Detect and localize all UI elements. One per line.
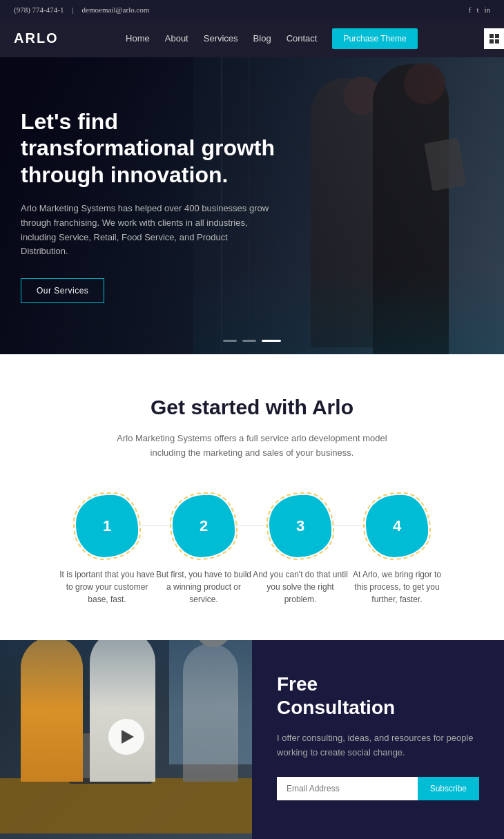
hero-section: Let's find transformational growth throu… [0,57,504,354]
step-3-circle: 3 [269,495,331,557]
step-4-text: At Arlo, we bring rigor to this process,… [349,568,445,606]
twitter-icon[interactable]: t [476,6,478,14]
video-panel [0,640,252,833]
step-3: 3 And you can't do that until you solve … [252,495,349,606]
hero-dot-1[interactable] [223,340,237,342]
navigation: ARLO Home About Services Blog Contact Pu… [0,19,504,57]
divider: | [72,6,73,14]
step-4-circle: 4 [366,495,428,557]
bottom-dark-right [252,833,504,839]
get-started-title: Get started with Arlo [28,396,476,419]
svg-rect-1 [495,34,499,38]
our-services-button[interactable]: Our Services [21,278,104,303]
email-input[interactable] [277,777,418,800]
top-bar-left: (978) 774-474-1 | demoemail@arlo.com [14,6,149,14]
play-button[interactable] [108,719,144,755]
step-1-text: It is iportant that you have to grow you… [59,568,155,606]
step-3-blob: 3 [269,495,331,557]
bottom-strip [0,833,504,839]
top-bar: (978) 774-474-1 | demoemail@arlo.com f t… [0,0,504,19]
instagram-icon[interactable]: in [484,6,490,14]
step-4: 4 At Arlo, we bring rigor to this proces… [349,495,445,606]
phone-number: (978) 774-474-1 [14,6,64,14]
steps-row: 1 It is iportant that you have to grow y… [59,495,445,606]
bottom-image-left [0,833,252,839]
steps-container: 1 It is iportant that you have to grow y… [28,495,476,606]
consultation-title: Free Consultation [277,673,479,719]
facebook-icon[interactable]: f [469,6,472,14]
step-4-blob: 4 [366,495,428,557]
hero-dot-3[interactable] [262,340,281,342]
play-triangle-icon [122,730,134,744]
get-started-section: Get started with Arlo Arlo Marketing Sys… [0,354,504,640]
logo: ARLO [14,30,59,46]
svg-rect-2 [490,39,494,44]
nav-services[interactable]: Services [204,33,238,44]
get-started-desc: Arlo Marketing Systems offers a full ser… [107,432,397,461]
step-1: 1 It is iportant that you have to grow y… [59,495,155,606]
step-1-blob: 1 [76,495,138,557]
nav-links: Home About Services Blog Contact Purchas… [126,28,418,49]
step-3-number: 3 [296,517,304,535]
subscribe-button[interactable]: Subscribe [418,777,479,800]
step-1-circle: 1 [76,495,138,557]
hero-description: Arlo Marketing Systems has helped over 4… [21,202,269,259]
svg-rect-3 [495,39,499,44]
step-3-text: And you can't do that until you solve th… [252,568,349,606]
nav-home[interactable]: Home [126,33,150,44]
step-2: 2 But first, you have to build a winning… [155,495,252,606]
step-2-blob: 2 [173,495,235,557]
consultation-title-line2: Consultation [277,697,395,718]
hero-dots [223,340,281,342]
hero-title: Let's find transformational growth throu… [21,108,290,188]
consultation-description: I offer consulting, ideas, and resources… [277,731,479,760]
step-4-number: 4 [393,517,401,535]
step-2-number: 2 [200,517,208,535]
svg-rect-0 [490,34,494,38]
step-2-circle: 2 [173,495,235,557]
split-section: Free Consultation I offer consulting, id… [0,640,504,833]
email-address: demoemail@arlo.com [82,6,150,14]
hero-content: Let's find transformational growth throu… [0,108,311,303]
purchase-theme-button[interactable]: Purchase Theme [332,28,417,49]
consultation-panel: Free Consultation I offer consulting, id… [252,640,504,833]
consultation-title-line1: Free [277,673,318,695]
consultation-form: Subscribe [277,777,479,800]
hero-dot-2[interactable] [242,340,256,342]
nav-contact[interactable]: Contact [287,33,318,44]
top-bar-social: f t in [469,6,490,14]
nav-blog[interactable]: Blog [253,33,271,44]
step-1-number: 1 [103,517,111,535]
nav-about[interactable]: About [165,33,188,44]
step-2-text: But first, you have to build a winning p… [155,568,252,606]
grid-icon[interactable] [484,28,504,49]
social-icons: f t in [469,6,490,14]
